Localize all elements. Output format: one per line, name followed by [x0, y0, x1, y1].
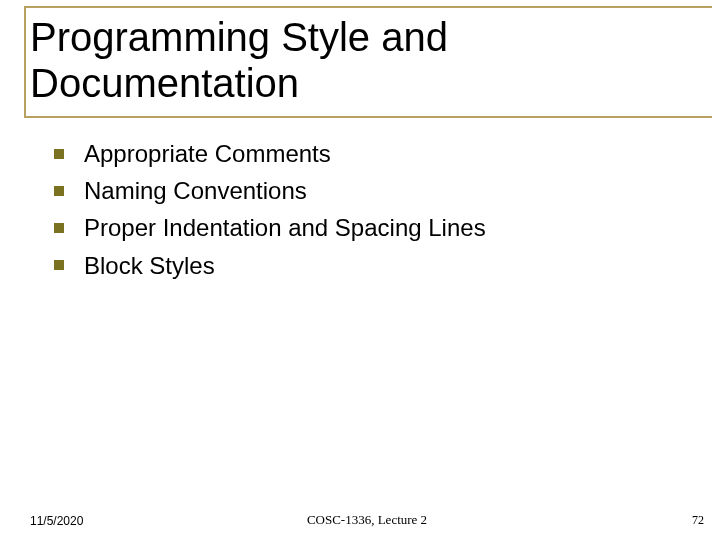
- list-item: Proper Indentation and Spacing Lines: [54, 212, 700, 243]
- list-item: Block Styles: [54, 250, 700, 281]
- bullet-list: Appropriate Comments Naming Conventions …: [54, 138, 700, 287]
- footer-center-text: COSC-1336, Lecture 2: [307, 512, 427, 528]
- square-bullet-icon: [54, 186, 64, 196]
- rule-under-title: [24, 116, 712, 118]
- bullet-text: Naming Conventions: [84, 175, 307, 206]
- list-item: Naming Conventions: [54, 175, 700, 206]
- bullet-text: Appropriate Comments: [84, 138, 331, 169]
- bullet-text: Block Styles: [84, 250, 215, 281]
- square-bullet-icon: [54, 223, 64, 233]
- slide-title: Programming Style and Documentation: [30, 14, 448, 106]
- footer-page-number: 72: [692, 513, 704, 528]
- title-line-1: Programming Style and: [30, 15, 448, 59]
- square-bullet-icon: [54, 149, 64, 159]
- footer-date: 11/5/2020: [30, 514, 83, 528]
- bullet-text: Proper Indentation and Spacing Lines: [84, 212, 486, 243]
- square-bullet-icon: [54, 260, 64, 270]
- slide-footer: 11/5/2020 COSC-1336, Lecture 2 72: [30, 513, 704, 528]
- rule-top: [24, 6, 712, 8]
- list-item: Appropriate Comments: [54, 138, 700, 169]
- title-line-2: Documentation: [30, 61, 299, 105]
- rule-left: [24, 6, 26, 116]
